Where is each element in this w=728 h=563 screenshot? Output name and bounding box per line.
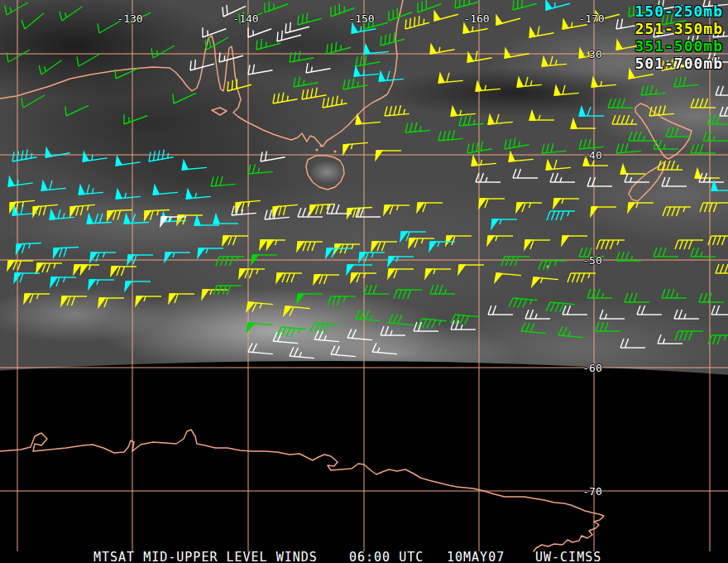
- wind-barb: [541, 142, 567, 153]
- wind-barb: [691, 99, 716, 108]
- wind-barb: [451, 320, 476, 330]
- wind-barb: [529, 111, 554, 120]
- wind-barb: [125, 282, 151, 291]
- wind-barb: [458, 265, 484, 274]
- wind-barb: [612, 115, 637, 124]
- latitude-label: -40: [582, 150, 601, 161]
- wind-barb: [458, 114, 484, 126]
- latitude-label: -50: [582, 255, 601, 266]
- wind-barb: [637, 306, 662, 315]
- wind-barb: [579, 107, 604, 116]
- mtsat-wind-display: -130-140-150-160-170-30-40-50-60-70 150-…: [0, 0, 728, 563]
- wind-barb: [587, 289, 612, 298]
- map-overlay: [0, 0, 728, 563]
- wind-barb: [247, 162, 273, 174]
- wind-barb: [414, 0, 441, 12]
- wind-barb: [587, 177, 612, 186]
- wind-barb: [539, 261, 567, 270]
- wind-barb: [516, 75, 542, 87]
- wind-barb: [513, 169, 538, 178]
- wind-barb: [247, 302, 273, 314]
- wind-barb: [716, 86, 728, 95]
- wind-barb: [495, 273, 521, 285]
- wind-barb: [501, 257, 529, 266]
- wind-barb: [271, 90, 297, 103]
- wind-barb: [662, 177, 687, 186]
- wind-barb: [300, 86, 326, 99]
- wind-barb: [487, 113, 513, 124]
- wind-barb: [674, 310, 699, 319]
- pressure-level-legend: 150-250mb251-350mb351-500mb501-700mb: [635, 2, 723, 72]
- wind-barb: [524, 240, 550, 249]
- wind-barb: [453, 0, 479, 8]
- wind-barb: [199, 20, 226, 37]
- longitude-label: -170: [578, 13, 604, 24]
- status-text: MTSAT MID-UPPER LEVEL WINDS: [93, 550, 318, 563]
- wind-barb: [188, 55, 214, 70]
- wind-barb: [223, 236, 248, 245]
- wind-barb: [414, 322, 438, 331]
- wind-barb: [290, 347, 315, 358]
- wind-barb: [169, 294, 194, 303]
- status-text: 06:00 UTC: [349, 550, 424, 563]
- wind-barb: [297, 294, 323, 303]
- wind-barb: [509, 298, 538, 310]
- wind-barb: [115, 187, 141, 199]
- wind-barb: [563, 306, 587, 315]
- wind-barb: [516, 203, 542, 212]
- status-text: UW-CIMSS: [535, 550, 601, 563]
- wind-barb: [479, 199, 505, 208]
- islet: [316, 149, 318, 152]
- wind-barb: [121, 107, 147, 124]
- wind-barb: [438, 129, 463, 141]
- longitude-label: -130: [117, 13, 142, 24]
- wind-barb: [371, 242, 397, 251]
- wind-barb: [331, 345, 357, 357]
- wind-barb: [239, 269, 265, 278]
- coastline-kangaroo-island: [212, 108, 227, 115]
- wind-barb: [429, 242, 455, 251]
- wind-barb: [381, 326, 405, 335]
- wind-barb: [217, 47, 243, 62]
- wind-barb: [36, 53, 62, 75]
- wind-barb: [261, 0, 288, 12]
- wind-barb: [700, 203, 728, 212]
- wind-barb: [19, 87, 45, 108]
- wind-barb: [541, 55, 567, 66]
- wind-barb: [53, 247, 79, 257]
- coastline-australia: [0, 0, 403, 147]
- wind-barb: [354, 53, 380, 66]
- status-bar: MTSAT MID-UPPER LEVEL WINDS06:00 UTC10MA…: [0, 548, 728, 563]
- latitude-label: -70: [582, 486, 601, 497]
- wind-barb: [181, 158, 207, 170]
- wind-barb: [248, 343, 274, 354]
- legend-item-351-500mb: 351-500mb: [635, 37, 723, 55]
- wind-barb: [78, 183, 103, 195]
- wind-barb: [389, 314, 414, 325]
- wind-barb: [510, 0, 537, 10]
- latitude-label: -30: [582, 49, 601, 60]
- wind-barb: [328, 296, 356, 306]
- wind-barb: [432, 6, 458, 21]
- wind-barb: [364, 285, 389, 294]
- wind-barb: [7, 174, 32, 186]
- wind-barb: [487, 236, 513, 245]
- wind-barb: [596, 322, 620, 331]
- wind-barb: [324, 39, 351, 54]
- longitude-label: -150: [348, 13, 374, 24]
- wind-barb: [620, 339, 645, 348]
- wind-barb: [691, 248, 716, 257]
- wind-barb: [625, 293, 649, 302]
- wind-barb: [347, 207, 373, 218]
- wind-barb: [720, 107, 728, 116]
- wind-barb: [378, 31, 405, 46]
- wind-barb: [425, 269, 451, 278]
- wind-barb: [2, 0, 28, 15]
- wind-barb: [288, 49, 314, 62]
- wind-barb: [304, 60, 330, 73]
- wind-barb: [562, 236, 587, 245]
- wind-barb: [170, 84, 196, 103]
- wind-barb: [69, 205, 96, 216]
- wind-barb: [213, 214, 238, 224]
- wind-barb: [388, 257, 414, 266]
